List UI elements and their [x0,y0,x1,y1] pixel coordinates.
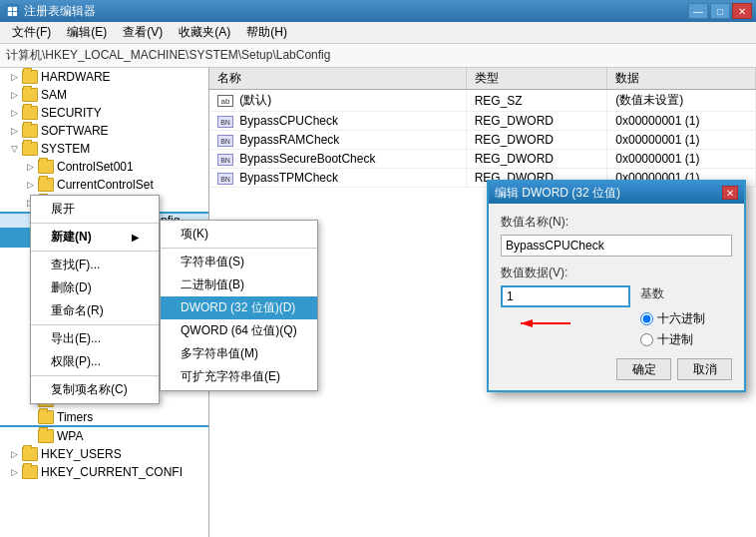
table-row[interactable]: BN BypassSecureBootCheck REG_DWORD 0x000… [209,150,756,169]
reg-type-icon: BN [217,116,233,128]
reg-name: BN BypassTPMCheck [209,169,466,188]
tree-label: WPA [57,429,83,443]
sub-item-multistring[interactable]: 多字符串值(M) [161,342,317,365]
tree-item-software[interactable]: ▷ SOFTWARE [0,122,208,140]
sub-item-string[interactable]: 字符串值(S) [161,251,317,273]
base-label: 基数 [640,285,705,302]
sub-separator [161,248,317,249]
folder-icon [22,106,38,120]
ctx-delete[interactable]: 删除(D) [31,276,159,299]
window-title: 注册表编辑器 [24,3,688,20]
maximize-button[interactable]: □ [710,3,730,19]
registry-table: 名称 类型 数据 ab (默认) REG_SZ (数值未设置) BN [209,68,756,188]
reg-type: REG_SZ [466,90,607,112]
tree-label: SOFTWARE [41,124,109,138]
hex-label: 十六进制 [657,310,705,327]
tree-item-hkey-users[interactable]: ▷ HKEY_USERS [0,445,208,463]
dialog-body: 数值名称(N): 数值数据(V): 基数 [489,204,744,390]
table-row[interactable]: ab (默认) REG_SZ (数值未设置) [209,90,756,112]
close-button[interactable]: ✕ [732,3,752,19]
hex-radio[interactable]: 十六进制 [640,310,705,327]
expand-icon: ▷ [8,466,20,478]
col-header-name: 名称 [209,68,466,90]
expand-icon: ▷ [8,125,20,137]
ctx-permission[interactable]: 权限(P)... [31,350,159,373]
reg-data: 0x00000001 (1) [607,112,756,131]
arrow-annotation [501,313,580,333]
sub-item-binary[interactable]: 二进制值(B) [161,273,317,296]
tree-item-sam[interactable]: ▷ SAM [0,86,208,104]
reg-name: BN BypassCPUCheck [209,112,466,131]
tree-label: HKEY_CURRENT_CONFI [41,465,183,479]
minimize-button[interactable]: — [688,3,708,19]
context-menu: 展开 新建(N) 查找(F)... 删除(D) 重命名(R) 导出(E)... … [30,195,160,404]
tree-label: HKEY_USERS [41,447,122,461]
ctx-expand[interactable]: 展开 [31,198,159,221]
confirm-button[interactable]: 确定 [616,358,671,380]
menu-help[interactable]: 帮助(H) [238,22,295,43]
folder-icon [38,429,54,443]
folder-icon [22,124,38,138]
address-label: 计算机\HKEY_LOCAL_MACHINE\SYSTEM\Setup\LabC… [6,47,330,64]
tree-item-timers[interactable]: Timers [0,409,208,427]
svg-rect-2 [13,7,17,11]
ctx-rename[interactable]: 重命名(R) [31,299,159,322]
ctx-find[interactable]: 查找(F)... [31,254,159,276]
reg-name: BN BypassRAMCheck [209,131,466,150]
name-label: 数值名称(N): [501,214,732,231]
folder-icon [22,88,38,102]
reg-type-icon: BN [217,154,233,166]
tree-item-currentcontrolset[interactable]: ▷ CurrentControlSet [0,176,208,194]
tree-item-system[interactable]: ▽ SYSTEM [0,140,208,158]
expand-icon [24,411,36,423]
app-icon [4,3,20,19]
sub-menu: 项(K) 字符串值(S) 二进制值(B) DWORD (32 位值)(D) QW… [160,220,318,391]
expand-icon [24,430,36,442]
value-input[interactable] [501,285,630,307]
tree-label: CurrentControlSet [57,178,154,192]
reg-type: REG_DWORD [466,150,607,169]
ctx-separator [31,324,159,325]
name-input[interactable] [501,235,732,257]
dialog-close-button[interactable]: ✕ [722,186,738,200]
sub-item-key[interactable]: 项(K) [161,223,317,246]
expand-icon: ▷ [24,179,36,191]
folder-icon [38,410,54,424]
tree-item-controlset001[interactable]: ▷ ControlSet001 [0,158,208,176]
table-row[interactable]: BN BypassRAMCheck REG_DWORD 0x00000001 (… [209,131,756,150]
tree-item-hkey-current-config[interactable]: ▷ HKEY_CURRENT_CONFI [0,463,208,481]
reg-name: ab (默认) [209,90,466,112]
ctx-separator [31,375,159,376]
folder-icon [22,70,38,84]
menu-edit[interactable]: 编辑(E) [59,22,115,43]
sub-item-expandstring[interactable]: 可扩充字符串值(E) [161,365,317,388]
ctx-separator [31,251,159,252]
edit-dword-dialog: 编辑 DWORD (32 位值) ✕ 数值名称(N): 数值数据(V): [487,180,746,392]
menu-bar: 文件(F) 编辑(E) 查看(V) 收藏夹(A) 帮助(H) [0,22,756,44]
dialog-row: 基数 十六进制 十进制 [501,285,732,348]
sub-item-qword[interactable]: QWORD (64 位值)(Q) [161,319,317,342]
tree-label: HARDWARE [41,70,111,84]
reg-type: REG_DWORD [466,131,607,150]
menu-file[interactable]: 文件(F) [4,22,59,43]
tree-item-security[interactable]: ▷ SECURITY [0,104,208,122]
sub-item-dword[interactable]: DWORD (32 位值)(D) [161,296,317,319]
reg-data: 0x00000001 (1) [607,131,756,150]
reg-data: (数值未设置) [607,90,756,112]
ctx-export[interactable]: 导出(E)... [31,327,159,350]
address-bar: 计算机\HKEY_LOCAL_MACHINE\SYSTEM\Setup\LabC… [0,44,756,68]
table-row[interactable]: BN BypassCPUCheck REG_DWORD 0x00000001 (… [209,112,756,131]
reg-name: BN BypassSecureBootCheck [209,150,466,169]
menu-view[interactable]: 查看(V) [115,22,171,43]
menu-favorites[interactable]: 收藏夹(A) [171,22,238,43]
tree-label: SECURITY [41,106,102,120]
ctx-new[interactable]: 新建(N) [31,226,159,249]
ctx-copy-name[interactable]: 复制项名称(C) [31,378,159,401]
cancel-button[interactable]: 取消 [677,358,732,380]
tree-item-hardware[interactable]: ▷ HARDWARE [0,68,208,86]
reg-type-icon: BN [217,135,233,147]
dec-radio[interactable]: 十进制 [640,331,705,348]
tree-item-wpa[interactable]: WPA [0,427,208,445]
reg-type: REG_DWORD [466,112,607,131]
expand-icon: ▷ [8,448,20,460]
